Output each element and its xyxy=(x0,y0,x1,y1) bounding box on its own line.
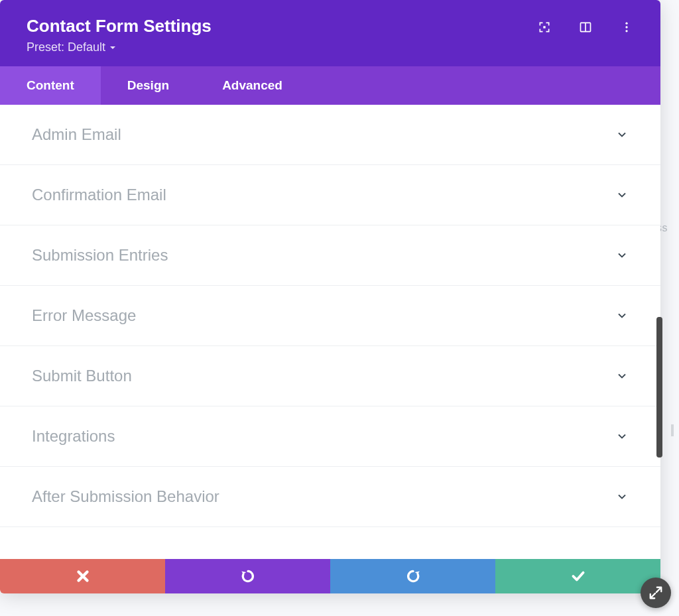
header-actions xyxy=(537,16,634,34)
section-label: Error Message xyxy=(32,306,136,325)
expand-arrows-icon xyxy=(648,585,663,600)
redo-icon xyxy=(404,568,422,585)
chevron-down-icon xyxy=(615,490,629,503)
tab-advanced[interactable]: Advanced xyxy=(196,66,309,105)
close-icon xyxy=(74,568,92,585)
check-icon xyxy=(570,568,587,585)
chevron-down-icon xyxy=(615,430,629,443)
preset-selector[interactable]: Preset: Default xyxy=(27,40,212,54)
section-label: Submission Entries xyxy=(32,246,168,265)
chevron-down-icon xyxy=(615,249,629,262)
settings-panel: Contact Form Settings Preset: Default xyxy=(0,0,660,593)
redo-button[interactable] xyxy=(330,559,495,593)
background-bar-artifact xyxy=(671,424,674,436)
panel-title: Contact Form Settings xyxy=(27,16,212,36)
section-error-message[interactable]: Error Message xyxy=(0,286,660,346)
chevron-down-icon xyxy=(615,309,629,322)
sections-list[interactable]: Admin Email Confirmation Email Submissio… xyxy=(0,105,660,559)
section-submit-button[interactable]: Submit Button xyxy=(0,346,660,406)
svg-point-4 xyxy=(625,26,627,28)
tabs-bar: Content Design Advanced xyxy=(0,66,660,105)
preset-label: Preset: Default xyxy=(27,40,105,54)
expand-toggle-button[interactable] xyxy=(641,578,671,608)
undo-icon xyxy=(239,568,257,585)
section-integrations[interactable]: Integrations xyxy=(0,406,660,467)
chevron-down-icon xyxy=(615,369,629,383)
svg-point-5 xyxy=(625,30,627,32)
header-left: Contact Form Settings Preset: Default xyxy=(27,16,212,54)
cancel-button[interactable] xyxy=(0,559,165,593)
undo-button[interactable] xyxy=(165,559,330,593)
section-label: Submit Button xyxy=(32,367,132,385)
section-admin-email[interactable]: Admin Email xyxy=(0,105,660,165)
tab-design[interactable]: Design xyxy=(101,66,196,105)
more-options-icon[interactable] xyxy=(619,20,634,34)
section-label: Integrations xyxy=(32,427,115,446)
svg-point-3 xyxy=(625,23,627,25)
section-after-submission-behavior[interactable]: After Submission Behavior xyxy=(0,467,660,527)
footer-actions xyxy=(0,559,660,593)
section-label: After Submission Behavior xyxy=(32,487,219,506)
panel-header: Contact Form Settings Preset: Default xyxy=(0,0,660,66)
chevron-down-icon xyxy=(615,128,629,141)
chevron-down-icon xyxy=(615,188,629,202)
section-label: Confirmation Email xyxy=(32,186,166,204)
section-submission-entries[interactable]: Submission Entries xyxy=(0,225,660,286)
tab-content[interactable]: Content xyxy=(0,66,101,105)
section-confirmation-email[interactable]: Confirmation Email xyxy=(0,165,660,225)
svg-rect-0 xyxy=(543,26,545,28)
responsive-view-icon[interactable] xyxy=(537,20,552,34)
scrollbar-thumb[interactable] xyxy=(656,317,662,458)
section-label: Admin Email xyxy=(32,125,121,144)
panel-layout-icon[interactable] xyxy=(578,20,593,34)
save-button[interactable] xyxy=(495,559,660,593)
caret-down-icon xyxy=(109,44,116,51)
